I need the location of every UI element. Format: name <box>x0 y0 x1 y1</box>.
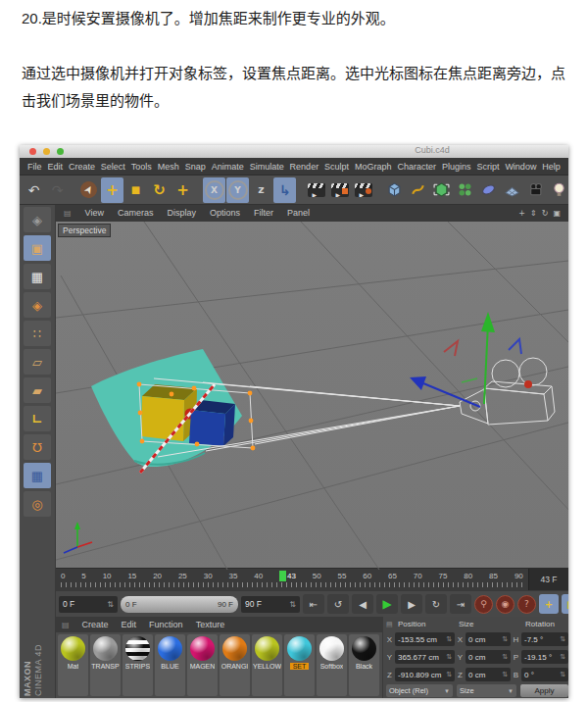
menu-edit[interactable]: Edit <box>47 162 63 172</box>
position-y-field[interactable]: 365.677 cm⇅ <box>395 650 455 664</box>
material-menu-texture[interactable]: Texture <box>196 620 225 629</box>
next-frame-icon[interactable]: ▶ <box>401 594 422 614</box>
lock-y-axis-icon[interactable]: Y <box>226 177 249 203</box>
scale-tool-icon[interactable]: ■ <box>124 177 147 203</box>
workplane-mode-icon[interactable]: ▦ <box>24 463 51 488</box>
coordinate-system-icon[interactable]: ↳ <box>273 177 296 203</box>
menu-plugins[interactable]: Plugins <box>442 162 471 172</box>
menu-file[interactable]: File <box>27 162 42 172</box>
menu-window[interactable]: Window <box>505 162 536 172</box>
menu-simulate[interactable]: Simulate <box>250 162 284 172</box>
viewport-menu-filter[interactable]: Filter <box>254 208 273 218</box>
play-backward-icon[interactable]: ↺ <box>327 594 349 614</box>
size-y-field[interactable]: 0 cm⇅ <box>466 650 511 664</box>
menu-mograph[interactable]: MoGraph <box>355 162 392 172</box>
material-blue[interactable]: BLUE <box>155 634 185 696</box>
key-scale-icon[interactable]: ■ <box>562 594 568 614</box>
size-z-field[interactable]: 0 cm⇅ <box>466 668 511 681</box>
play-icon[interactable]: ▶ <box>376 594 398 614</box>
add-deformer-icon[interactable] <box>477 177 500 203</box>
menu-sculpt[interactable]: Sculpt <box>324 162 349 172</box>
viewport-canvas[interactable]: Perspective <box>56 222 568 568</box>
material-menu-function[interactable]: Function <box>149 620 183 629</box>
add-cube-icon[interactable] <box>383 177 406 203</box>
menu-animate[interactable]: Animate <box>212 162 244 172</box>
viewport-menu-panel[interactable]: Panel <box>287 208 310 218</box>
menu-mesh[interactable]: Mesh <box>158 162 179 172</box>
redo-icon[interactable]: ↷ <box>46 177 69 203</box>
viewport-menu-cameras[interactable]: Cameras <box>118 208 154 218</box>
timeline-ruler[interactable]: 0 5 10 15 20 25 30 35 40 43 50 55 60 65 <box>56 569 528 590</box>
render-region-icon[interactable] <box>328 177 351 203</box>
help-icon[interactable]: ? <box>517 595 536 614</box>
menu-select[interactable]: Select <box>101 162 125 172</box>
viewport-menu-view[interactable]: View <box>85 208 104 218</box>
pan-view-icon[interactable]: + <box>518 209 525 218</box>
snap-magnet-icon[interactable]: Ω <box>24 434 51 460</box>
render-view-icon[interactable] <box>305 177 327 203</box>
coords-size-dropdown[interactable]: Size▼ <box>457 684 516 697</box>
material-orange[interactable]: ORANGI <box>220 634 250 696</box>
viewport-menu-options[interactable]: Options <box>210 208 240 218</box>
edges-mode-icon[interactable]: ▱ <box>24 349 51 375</box>
add-spline-icon[interactable] <box>407 177 429 203</box>
frame-range-slider[interactable]: 0 F 90 F <box>121 596 238 613</box>
range-end-field[interactable]: 90 F⇅ <box>241 596 300 613</box>
rotation-b-field[interactable]: 0 °⇅ <box>521 668 568 681</box>
position-x-field[interactable]: -153.55 cm⇅ <box>395 632 455 646</box>
add-mograph-icon[interactable] <box>454 177 476 203</box>
c4d-logo-icon[interactable]: ◈ <box>24 207 51 232</box>
previous-frame-icon[interactable]: ◀ <box>352 594 373 614</box>
material-softbox[interactable]: Softbox <box>317 634 347 696</box>
make-editable-icon[interactable]: ▣ <box>24 235 51 261</box>
current-frame-field[interactable]: 43 F <box>528 569 568 590</box>
move-tool-icon[interactable]: + <box>101 177 123 203</box>
material-magenta[interactable]: MAGEN <box>187 634 218 696</box>
current-frame-marker[interactable]: 43 <box>279 571 296 581</box>
menu-character[interactable]: Character <box>398 162 437 172</box>
live-selection-icon[interactable]: ➤ <box>77 177 100 203</box>
material-set-selected[interactable]: SET <box>284 634 315 696</box>
menu-render[interactable]: Render <box>290 162 319 172</box>
rotation-h-field[interactable]: -7.5 °⇅ <box>521 632 568 646</box>
texture-mode-icon[interactable]: ◈ <box>24 292 51 318</box>
loop-icon[interactable]: ↻ <box>425 594 447 614</box>
last-tool-icon[interactable]: + <box>172 177 194 203</box>
position-z-field[interactable]: -910.809 cm⇅ <box>395 668 455 681</box>
minimize-window-button[interactable] <box>43 148 50 155</box>
material-menu-edit[interactable]: Edit <box>122 620 137 629</box>
view-label[interactable]: Perspective <box>58 224 111 237</box>
points-mode-icon[interactable]: ∷ <box>24 321 51 346</box>
material-transp[interactable]: TRANSP <box>90 634 121 696</box>
size-x-field[interactable]: 0 cm⇅ <box>466 632 511 646</box>
material-menu-create[interactable]: Create <box>82 620 109 629</box>
menu-script[interactable]: Script <box>476 162 499 172</box>
undo-icon[interactable]: ↶ <box>23 177 45 203</box>
goto-end-icon[interactable]: ⇥ <box>450 594 471 614</box>
lock-z-axis-icon[interactable]: z <box>250 177 272 203</box>
menu-snap[interactable]: Snap <box>185 162 206 172</box>
zoom-window-button[interactable] <box>57 148 64 155</box>
material-strips[interactable]: STRIPS <box>122 634 153 696</box>
key-position-icon[interactable]: + <box>539 594 559 614</box>
material-black[interactable]: Black <box>349 634 379 696</box>
menu-create[interactable]: Create <box>69 162 95 172</box>
add-subdivision-surface-icon[interactable] <box>430 177 453 203</box>
toggle-view-icon[interactable]: ▣ <box>553 209 561 218</box>
material-yellow[interactable]: YELLOW <box>252 634 282 696</box>
menu-help[interactable]: Help <box>542 162 561 172</box>
lock-x-axis-icon[interactable]: X <box>203 177 225 203</box>
add-camera-icon[interactable] <box>524 177 547 203</box>
rotation-p-field[interactable]: -19.15 °⇅ <box>521 650 568 664</box>
rotate-tool-icon[interactable]: ↻ <box>148 177 171 203</box>
rotate-view-icon[interactable]: ↻ <box>542 209 549 218</box>
polygons-mode-icon[interactable]: ▰ <box>24 377 51 403</box>
model-mode-icon[interactable]: ▦ <box>24 264 51 289</box>
record-keyframe-icon[interactable]: ⚲ <box>474 595 493 614</box>
plane-snap-icon[interactable]: ◎ <box>24 491 51 517</box>
viewport-menu-display[interactable]: Display <box>167 208 196 218</box>
material-mat[interactable]: Mat <box>58 634 88 696</box>
coords-mode-dropdown[interactable]: Object (Rel)▼ <box>386 684 453 697</box>
autokey-icon[interactable]: ◉ <box>496 595 514 614</box>
menu-tools[interactable]: Tools <box>131 162 152 172</box>
